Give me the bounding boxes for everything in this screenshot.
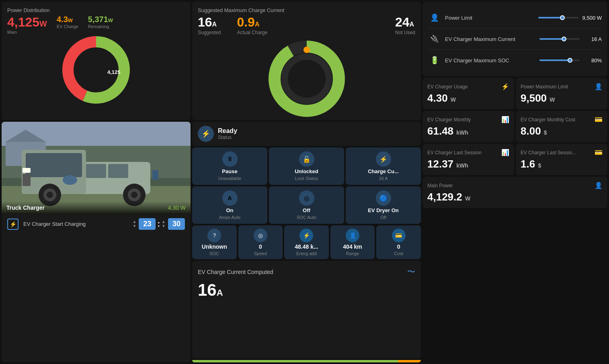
svg-rect-15 [86,164,106,178]
unlock-label: Unlocked [295,168,318,174]
metric-ev-monthly: EV Charger Monthly 📊 61.48 kWh [422,111,514,142]
unlock-button[interactable]: 🔓 Unlocked Lock Status [269,147,344,185]
remaining-value: 5,371W [88,15,113,24]
soc-value: Unknown [202,243,227,250]
suggested-value: 16A [198,15,221,30]
metric-ev-last-session-cost: EV Charger Last Sessio... 💳 1.6 $ [516,144,607,175]
charge-current-label: Charge Cu... [368,168,399,174]
metric-ev-monthly-cost-icon: 💳 [595,116,603,123]
max-current-row: 🔌 EV Charger Maximum Current 16 A [428,29,602,50]
metric-ev-last-cost-title: EV Charger Last Sessio... [521,150,576,155]
metric-ev-monthly-cost-title: EV Charger Monthly Cost [521,117,575,123]
main-power-value: 4,125W [7,15,47,30]
cost-icon: 💳 [392,229,406,242]
hour-up-down: ▲ ▼ [133,220,137,228]
sliders-card: 👤 Power Limit 9,500 W 🔌 EV Charger Maxim… [422,2,607,76]
metric-ev-usage-icon: ⚡ [501,83,509,90]
speed-stat: ◎ 0 Speed [238,225,283,259]
actual-label: Actual Charge [237,30,267,35]
main-power-title: Main Power [427,183,453,188]
computed-wave-icon: 〜 [407,266,415,277]
minute-down-button[interactable]: ▼ [162,224,166,228]
svg-rect-23 [23,168,31,173]
power-limit-slider[interactable] [538,17,578,18]
hour-down-button[interactable]: ▼ [133,224,137,228]
power-distribution-title: Power Distribution [7,7,185,13]
amps-auto-icon: A [222,190,238,206]
vehicle-power: 4.30 W [168,204,186,211]
metric-ev-last-cost-val: 1.6 $ [521,158,603,170]
charge-current-card: Suggested Maximum Charge Current 16A Sug… [192,2,421,120]
power-limit-value: 9,500 W [582,15,602,21]
power-limit-label: Power Limit [445,15,534,21]
minute-up-button[interactable]: ▲ [162,220,166,224]
amps-on-label: On [226,207,233,213]
metric-ev-charger-usage: EV Charger Usage ⚡ 4.30 W [422,78,514,109]
charge-current-icon: ⚡ [376,151,391,167]
energy-label: Energ add [296,251,317,256]
metric-ev-monthly-icon: 📊 [501,116,509,123]
amps-auto-button[interactable]: A On Amps Auto [192,186,267,224]
max-soc-value: 80% [584,57,602,63]
svg-rect-24 [23,174,31,186]
power-donut-chart: 5,371 4,125 [60,34,132,106]
soc-off-label: Off [303,207,310,213]
charge-current-button[interactable]: ⚡ Charge Cu... 16 A [346,147,421,185]
cost-value: 0 [397,243,400,250]
ev-status-card: ⚡ Ready Status [192,122,421,146]
metric-power-max-limit: Power Maximum Limit 👤 9,500 W [516,78,607,109]
energy-value: 48.48 k... [295,243,318,250]
charge-gauge [267,39,347,119]
max-soc-icon: 🔋 [428,54,441,67]
svg-point-5 [303,47,310,53]
remaining-label: Remaining [88,24,113,29]
not-used-value: 24A [395,15,415,30]
metric-ev-last-cost-icon: 💳 [595,149,603,156]
max-current-slider[interactable] [539,38,580,40]
not-used-label: Not Used [395,30,415,35]
computed-val: 16A [198,280,415,300]
ev-computed-card: EV Charge Current Computed 〜 16A [192,261,421,358]
range-label: Range [346,251,359,256]
vehicle-image: Truck Charger 4.30 W [2,122,191,214]
actual-block: 0.9A Actual Charge [237,15,267,35]
cost-stat: 💳 0 Cost [376,225,421,259]
timing-colon: : [157,219,160,229]
timing-inputs: ▲ ▼ 23 : ▲ ▼ 30 [133,218,185,230]
soc-auto-button[interactable]: ◎ Off SOC Auto [269,186,344,224]
pause-icon: ⏸ [222,151,238,167]
vehicle-name: Truck Charger [6,204,45,211]
unlock-sub: Lock Status [295,176,318,181]
soc-stat: ? Unknown SOC [192,225,237,259]
hour-up-button[interactable]: ▲ [133,220,137,224]
pause-button[interactable]: ⏸ Pause Unavailable [192,147,267,185]
charge-current-title: Suggested Maximum Charge Current [198,7,415,13]
soc-auto-icon: ◎ [299,190,314,206]
svg-point-19 [47,192,53,198]
power-limit-row: 👤 Power Limit 9,500 W [428,7,602,29]
range-stat: 👤 404 km Range [330,225,375,259]
controls-row-1: ⏸ Pause Unavailable 🔓 Unlocked Lock Stat… [192,147,421,185]
max-soc-slider[interactable] [539,59,580,61]
main-power-card: Main Power 👤 4,129.2 W [422,177,607,208]
minute-up-down: ▲ ▼ [162,220,166,228]
controls-row-2: A On Amps Auto ◎ Off SOC Auto 🔵 EV Dryer… [192,186,421,224]
metric-ev-last-icon: 📊 [501,149,509,156]
range-icon: 👤 [346,229,359,242]
charger-timing-row: ⚡ EV Charger Start Charging ▲ ▼ 23 : ▲ ▼… [2,214,191,234]
metric-ev-monthly-cost: EV Charger Monthly Cost 💳 8.00 $ [516,111,607,142]
suggested-block: 16A Suggested [198,15,221,35]
svg-point-4 [285,57,329,101]
ev-charge-label: EV Charge [57,24,78,29]
max-current-label: EV Charger Maximum Current [445,36,535,42]
speed-icon: ◎ [254,229,267,242]
ev-dryer-button[interactable]: 🔵 EV Dryer On Off [346,186,421,224]
amps-on-sub: Amps Auto [219,215,240,220]
metric-ev-monthly-title: EV Charger Monthly [427,117,471,123]
metric-ev-usage-title: EV Charger Usage [427,84,468,90]
charger-timing-label: EV Charger Start Charging [23,221,128,227]
status-text: Ready Status [218,127,237,140]
timing-hour: 23 [139,218,156,230]
suggested-label: Suggested [198,30,221,35]
metric-ev-monthly-val: 61.48 kWh [427,125,509,137]
